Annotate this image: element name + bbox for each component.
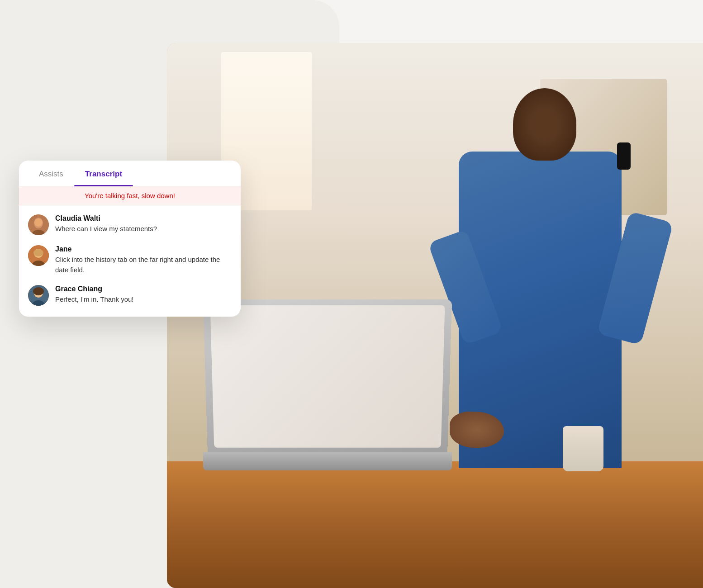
message-text: Click into the history tab on the far ri…	[55, 255, 232, 275]
avatar	[28, 214, 49, 235]
message-text: Where can I view my statements?	[55, 224, 232, 234]
message-content: Jane Click into the history tab on the f…	[55, 245, 232, 275]
message-item: Jane Click into the history tab on the f…	[28, 245, 232, 275]
sender-name: Claudia Walti	[55, 214, 232, 223]
tab-assists[interactable]: Assists	[28, 161, 74, 186]
tabs-header: Assists Transcript	[19, 161, 241, 186]
message-item: Grace Chiang Perfect, I'm in. Thank you!	[28, 285, 232, 306]
sender-name: Jane	[55, 245, 232, 253]
avatar	[28, 285, 49, 306]
chat-widget: Assists Transcript You're talking fast, …	[19, 161, 241, 317]
message-text: Perfect, I'm in. Thank you!	[55, 294, 232, 305]
alert-banner: You're talking fast, slow down!	[19, 186, 241, 205]
tab-transcript[interactable]: Transcript	[74, 161, 133, 186]
avatar	[28, 245, 49, 266]
message-content: Claudia Walti Where can I view my statem…	[55, 214, 232, 234]
svg-point-3	[34, 218, 43, 227]
hero-photo	[167, 43, 703, 588]
svg-point-7	[33, 249, 43, 256]
svg-point-11	[33, 287, 44, 295]
message-content: Grace Chiang Perfect, I'm in. Thank you!	[55, 285, 232, 305]
message-item: Claudia Walti Where can I view my statem…	[28, 214, 232, 235]
messages-list: Claudia Walti Where can I view my statem…	[19, 205, 241, 317]
sender-name: Grace Chiang	[55, 285, 232, 293]
